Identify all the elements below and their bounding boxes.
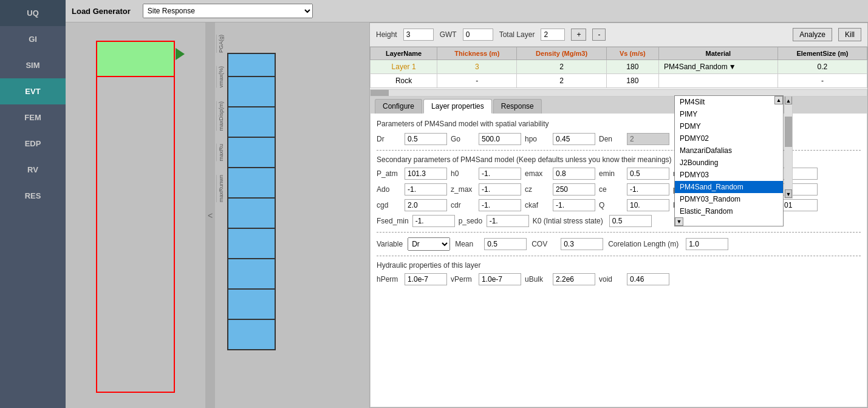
- gwt-input[interactable]: [463, 29, 493, 41]
- cell-vs[interactable]: 180: [606, 74, 658, 88]
- table-scroll-horizontal[interactable]: [370, 89, 867, 97]
- table-row[interactable]: Layer 1 3 2 180 PM4Sand_Random ▼ 0.2: [371, 60, 867, 74]
- dropdown-item-pdmy03[interactable]: PDMY03: [675, 169, 783, 181]
- vperm-label: vPerm: [451, 275, 475, 284]
- ado-input[interactable]: [405, 183, 447, 195]
- patm-input[interactable]: [405, 168, 447, 180]
- collapse-panel-button[interactable]: <: [205, 22, 215, 408]
- corel-input[interactable]: [686, 238, 728, 250]
- height-input[interactable]: [403, 29, 434, 41]
- cell-density[interactable]: 2: [517, 74, 606, 88]
- fsed-input[interactable]: [412, 215, 455, 227]
- cgd-input[interactable]: [405, 199, 447, 211]
- scroll-down-btn[interactable]: ▼: [785, 189, 792, 198]
- dr-label: Dr: [377, 135, 401, 143]
- sidebar-item-rv[interactable]: RV: [0, 157, 66, 183]
- emax-input[interactable]: [553, 168, 595, 180]
- cell-layer-name: Layer 1: [371, 60, 437, 74]
- cell-layer-name: Rock: [371, 74, 437, 88]
- secondary-row-4: Fsed_min p_sedo K0 (Intial stress state): [377, 215, 861, 227]
- mesh-grid-inner: [227, 53, 276, 350]
- cov-input[interactable]: [561, 238, 603, 250]
- dropdown-item-elastic-random[interactable]: Elastic_Random: [675, 205, 783, 217]
- dropdown-scroll-up[interactable]: ▲: [774, 96, 783, 104]
- mean-input[interactable]: [484, 238, 527, 250]
- tabs-bar: Configure Layer properties Response: [370, 97, 867, 114]
- cdr-label: cdr: [451, 201, 475, 209]
- dropdown-item-manzari[interactable]: ManzariDafalias: [675, 144, 783, 157]
- ckaf-input[interactable]: [553, 199, 595, 211]
- dropdown-item-pm4silt[interactable]: PM4Silt: [675, 96, 783, 108]
- hperm-input[interactable]: [405, 273, 447, 285]
- cell-material: [658, 74, 777, 88]
- dropdown-item-j2bounding[interactable]: J2Bounding: [675, 157, 783, 169]
- variable-select[interactable]: Dr: [408, 237, 450, 251]
- scroll-h-thumb[interactable]: [371, 90, 389, 96]
- den-input: [627, 133, 669, 145]
- tab-response[interactable]: Response: [493, 99, 542, 114]
- sidebar-item-evt[interactable]: EVT: [0, 78, 66, 104]
- sidebar-item-uq[interactable]: UQ: [0, 0, 66, 26]
- left-panel: < PGA(g) vmax(%) maxDisp(m) maxRu maxRun…: [66, 22, 369, 408]
- void-input[interactable]: [627, 273, 669, 285]
- sidebar-item-edp[interactable]: EDP: [0, 131, 66, 157]
- content-area: < PGA(g) vmax(%) maxDisp(m) maxRu maxRun…: [66, 22, 868, 408]
- tab-configure[interactable]: Configure: [375, 99, 422, 114]
- cz-input[interactable]: [553, 183, 595, 195]
- cell-thickness[interactable]: 3: [437, 60, 517, 74]
- dropdown-item-pdmy02[interactable]: PDMY02: [675, 132, 783, 144]
- ado-label: Ado: [377, 185, 401, 194]
- hpo-label: hpo: [525, 135, 549, 143]
- cell-material[interactable]: PM4Sand_Random ▼: [658, 60, 777, 74]
- ubulk-input[interactable]: [553, 273, 595, 285]
- sidebar-item-sim[interactable]: SIM: [0, 52, 66, 78]
- cell-density[interactable]: 2: [517, 60, 606, 74]
- scroll-thumb[interactable]: [785, 117, 792, 147]
- psedo-input[interactable]: [487, 215, 529, 227]
- top-controls-bar: Height GWT Total Layer + - Analyze Kill: [370, 23, 867, 47]
- table-row[interactable]: Rock - 2 180 -: [371, 74, 867, 88]
- cell-vs[interactable]: 180: [606, 60, 658, 74]
- ce-input[interactable]: [627, 183, 669, 195]
- cov-label: COV: [531, 240, 556, 248]
- k0-input[interactable]: [609, 215, 652, 227]
- sidebar-item-gi[interactable]: GI: [0, 26, 66, 52]
- cgd-label: cgd: [377, 201, 401, 209]
- hpo-input[interactable]: [553, 133, 595, 145]
- hydraulic-params: hPerm vPerm uBulk void: [377, 273, 861, 285]
- analyze-button[interactable]: Analyze: [793, 28, 832, 41]
- h0-input[interactable]: [479, 168, 521, 180]
- cdr-input[interactable]: [479, 199, 521, 211]
- dropdown-item-pdmy[interactable]: PDMY: [675, 120, 783, 132]
- h0-label: h0: [451, 169, 475, 178]
- zmax-input[interactable]: [479, 183, 521, 195]
- tab-layer-properties[interactable]: Layer properties: [423, 99, 492, 114]
- dropdown-scrollbar[interactable]: ▲ ▼: [784, 95, 793, 199]
- dropdown-scroll-down[interactable]: ▼: [675, 217, 683, 226]
- dropdown-item-pm4sand-random[interactable]: PM4Sand_Random: [675, 181, 783, 193]
- total-layer-input[interactable]: [541, 29, 565, 41]
- dropdown-item-pimy[interactable]: PIMY: [675, 108, 783, 120]
- vperm-input[interactable]: [479, 273, 521, 285]
- mesh-row: [228, 228, 275, 259]
- emin-input[interactable]: [627, 168, 669, 180]
- dropdown-item-pdmy03-random[interactable]: PDMY03_Random: [675, 193, 783, 205]
- material-dropdown-arrow[interactable]: ▼: [729, 63, 736, 71]
- dr-input[interactable]: [405, 133, 447, 145]
- add-layer-button[interactable]: +: [571, 29, 586, 41]
- sidebar-item-res[interactable]: RES: [0, 183, 66, 209]
- variable-label: Variable: [377, 240, 403, 248]
- main-content: Load Generator Site Response < PGA(g): [66, 0, 868, 408]
- q-input[interactable]: [627, 199, 669, 211]
- pga-label: PGA(g): [216, 35, 224, 53]
- sidebar-item-fem[interactable]: FEM: [0, 104, 66, 131]
- remove-layer-button[interactable]: -: [592, 29, 606, 41]
- cell-element-size[interactable]: 0.2: [777, 60, 867, 74]
- ckaf-label: ckaf: [525, 201, 549, 209]
- material-dropdown-popup[interactable]: ▲ PM4Silt PIMY PDMY PDMY02 ManzariDafali…: [674, 95, 784, 226]
- scroll-up-btn[interactable]: ▲: [785, 96, 792, 104]
- kill-button[interactable]: Kill: [838, 28, 861, 41]
- go-input[interactable]: [479, 133, 521, 145]
- mesh-row: [228, 137, 275, 168]
- analysis-type-select[interactable]: Site Response: [143, 4, 313, 18]
